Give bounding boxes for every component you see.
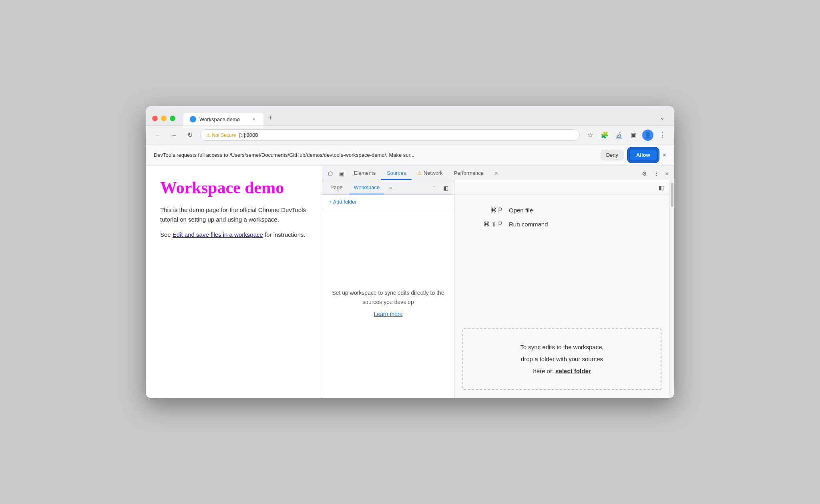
deny-button[interactable]: Deny <box>601 150 624 160</box>
page-paragraph-2: See Edit and save files in a workspace f… <box>160 230 308 240</box>
tab-elements[interactable]: Elements <box>348 167 381 180</box>
page-paragraph-2-suffix: for instructions. <box>263 231 305 238</box>
devtools-right-controls: ⚙ ⋮ × <box>639 169 671 178</box>
drop-zone-prefix: here or: <box>533 368 555 374</box>
devtools-body-container: Page Workspace » ⋮ ◧ + Add folder <box>322 181 674 398</box>
open-file-keys: ⌘ P <box>470 206 502 214</box>
url-bar[interactable]: ⚠ Not Secure [::]:8000 <box>200 129 580 141</box>
tab-network[interactable]: ⚠Network <box>412 167 448 180</box>
extension-icon[interactable]: 🧩 <box>599 130 610 141</box>
open-file-key2: P <box>498 207 502 214</box>
select-folder-link[interactable]: select folder <box>555 368 591 374</box>
tab-bar: 🌐 Workspace demo × + <box>183 111 652 126</box>
run-command-key1: ⌘ <box>483 220 490 228</box>
device-mode-icon[interactable]: ▣ <box>337 169 347 178</box>
devtools-toolbar: ⬡ ▣ Elements Sources ⚠Network Performanc… <box>322 166 674 181</box>
close-button[interactable] <box>152 116 158 121</box>
tab-close-button[interactable]: × <box>251 116 257 122</box>
scrollbar-thumb[interactable] <box>671 183 673 207</box>
more-tabs-button[interactable]: » <box>489 167 503 180</box>
drop-zone-line3: here or: select folder <box>471 365 653 377</box>
add-folder-button[interactable]: + Add folder <box>322 195 454 209</box>
page-paragraph-1: This is the demo page for the official C… <box>160 205 308 224</box>
page-paragraph-2-prefix: See <box>160 231 173 238</box>
sources-more-tabs[interactable]: » <box>386 184 395 192</box>
sidebar-icon[interactable]: ▣ <box>628 130 639 141</box>
devtools-scrollbar[interactable] <box>669 181 674 398</box>
lab-icon[interactable]: 🔬 <box>613 130 625 141</box>
notification-text: DevTools requests full access to /Users/… <box>154 152 596 158</box>
editor-panel-toggle[interactable]: ◧ <box>656 183 666 192</box>
devtools-body: Page Workspace » ⋮ ◧ + Add folder <box>322 181 669 398</box>
editor-area: ◧ ⌘ P Open file <box>454 181 669 398</box>
tab-sources[interactable]: Sources <box>381 167 412 180</box>
run-command-label: Run command <box>509 221 548 228</box>
maximize-button[interactable] <box>170 116 175 121</box>
devtools-panel: ⬡ ▣ Elements Sources ⚠Network Performanc… <box>322 166 674 398</box>
run-command-key3: P <box>498 221 502 228</box>
tab-end-controls: ⌄ <box>657 113 668 124</box>
traffic-lights <box>152 116 175 121</box>
inspect-element-icon[interactable]: ⬡ <box>326 169 335 178</box>
browser-toolbar: ☆ 🧩 🔬 ▣ 👤 ⋮ <box>585 130 668 141</box>
tab-page[interactable]: Page <box>326 181 347 194</box>
shortcuts-area: ⌘ P Open file ⌘ ⇧ P <box>454 194 669 320</box>
forward-button[interactable]: → <box>168 130 179 141</box>
sources-menu-icon[interactable]: ⋮ <box>429 183 439 193</box>
open-file-shortcut: ⌘ P Open file <box>470 206 653 214</box>
sources-tab-controls: ⋮ ◧ <box>429 183 451 193</box>
main-area: Workspace demo This is the demo page for… <box>146 166 674 398</box>
drop-zone[interactable]: To sync edits to the workspace, drop a f… <box>462 328 661 390</box>
browser-window: 🌐 Workspace demo × + ⌄ ← → ↻ ⚠ Not Secur… <box>146 106 674 398</box>
user-account-icon[interactable]: 👤 <box>642 130 653 141</box>
back-button[interactable]: ← <box>152 130 163 141</box>
run-command-keys: ⌘ ⇧ P <box>470 220 502 228</box>
title-bar: 🌐 Workspace demo × + ⌄ <box>146 106 674 126</box>
tab-performance[interactable]: Performance <box>448 167 489 180</box>
sources-sidebar: Page Workspace » ⋮ ◧ + Add folder <box>322 181 454 398</box>
devtools-settings-icon[interactable]: ⚙ <box>639 169 649 178</box>
run-command-key2: ⇧ <box>491 220 496 228</box>
workspace-empty-state: Set up workspace to sync edits directly … <box>322 209 454 398</box>
workspace-empty-text: Set up workspace to sync edits directly … <box>330 288 446 306</box>
page-content: Workspace demo This is the demo page for… <box>146 166 322 398</box>
devtools-tabs: Elements Sources ⚠Network Performance » <box>348 167 638 180</box>
page-title: Workspace demo <box>160 178 308 197</box>
open-file-label: Open file <box>509 207 533 214</box>
sources-panel-icon[interactable]: ◧ <box>441 183 451 193</box>
workspace-link[interactable]: Edit and save files in a workspace <box>173 231 263 238</box>
tab-workspace[interactable]: Workspace <box>349 181 384 194</box>
learn-more-link[interactable]: Learn more <box>374 310 403 318</box>
page-body: This is the demo page for the official C… <box>160 205 308 240</box>
tab-chevron-button[interactable]: ⌄ <box>657 113 668 122</box>
drop-zone-line2: drop a folder with your sources <box>471 353 653 365</box>
notification-bar: DevTools requests full access to /Users/… <box>146 144 674 166</box>
url-address: [::]:8000 <box>239 132 258 138</box>
bookmark-icon[interactable]: ☆ <box>585 130 596 141</box>
run-command-shortcut: ⌘ ⇧ P Run command <box>470 220 653 228</box>
browser-menu-icon[interactable]: ⋮ <box>657 130 668 141</box>
minimize-button[interactable] <box>161 116 167 121</box>
allow-button[interactable]: Allow <box>629 148 658 162</box>
notification-close-button[interactable]: × <box>663 152 666 159</box>
drop-zone-line1: To sync edits to the workspace, <box>471 341 653 353</box>
security-warning-icon: ⚠ Not Secure <box>206 132 236 138</box>
devtools-close-icon[interactable]: × <box>663 169 671 178</box>
editor-toolbar: ◧ <box>454 181 669 194</box>
address-bar: ← → ↻ ⚠ Not Secure [::]:8000 ☆ 🧩 🔬 ▣ 👤 ⋮ <box>146 126 674 144</box>
tab-favicon: 🌐 <box>190 116 196 122</box>
network-warning-icon: ⚠ <box>417 170 422 176</box>
devtools-menu-icon[interactable]: ⋮ <box>651 169 661 178</box>
active-tab[interactable]: 🌐 Workspace demo × <box>183 113 263 126</box>
open-file-key1: ⌘ <box>490 206 496 214</box>
new-tab-button[interactable]: + <box>263 111 277 126</box>
refresh-button[interactable]: ↻ <box>184 130 195 141</box>
sources-tabs: Page Workspace » ⋮ ◧ <box>322 181 454 195</box>
tab-title: Workspace demo <box>199 116 240 122</box>
